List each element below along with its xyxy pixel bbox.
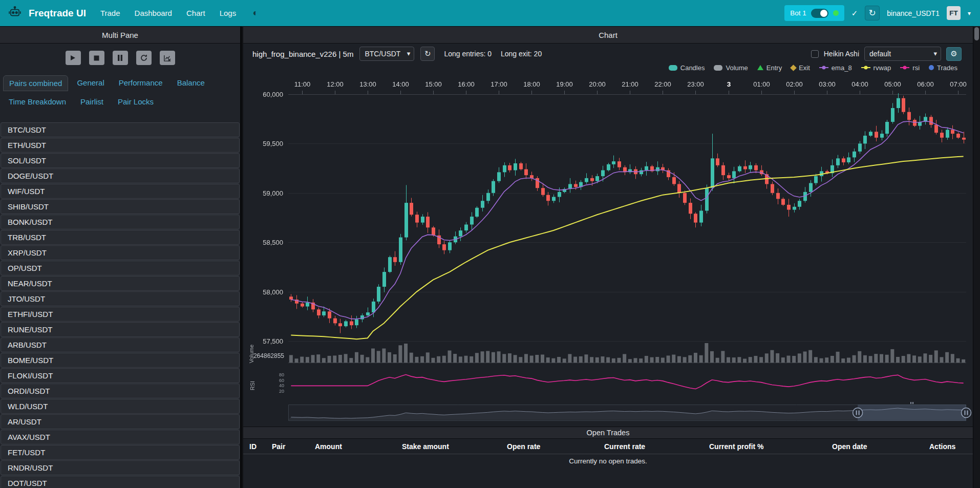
pair-row-bome-usdt[interactable]: BOME/USDT <box>1 353 240 368</box>
clear-chart-button[interactable] <box>160 51 175 65</box>
tab-performance[interactable]: Performance <box>113 75 168 91</box>
legend-label: rvwap <box>874 64 891 72</box>
stop-button[interactable] <box>89 51 104 65</box>
chart-panel: Chart high_frog_binance_v226 | 5m BTC/US… <box>243 26 973 488</box>
nav-link-chart[interactable]: Chart <box>186 9 205 17</box>
nav-link-trade[interactable]: Trade <box>100 9 120 17</box>
pair-row-eth-usdt[interactable]: ETH/USDT <box>1 138 240 153</box>
app-title: Freqtrade UI <box>29 8 86 19</box>
col-pair: Pair <box>272 442 315 451</box>
legend-item-trades[interactable]: Trades <box>929 64 957 72</box>
plot-config-select-wrap: default <box>864 47 941 61</box>
chart-panel-title: Chart <box>243 27 973 44</box>
navbar-left: Freqtrade UI TradeDashboardChartLogs ◐ <box>8 6 258 21</box>
bot-control-buttons <box>0 51 240 65</box>
pair-row-bonk-usdt[interactable]: BONK/USDT <box>1 215 240 229</box>
nav-links: TradeDashboardChartLogs <box>100 9 236 17</box>
trades-legend-marker-icon <box>929 65 934 70</box>
pair-row-wif-usdt[interactable]: WIF/USDT <box>1 184 240 199</box>
pair-row-floki-usdt[interactable]: FLOKI/USDT <box>1 368 240 383</box>
pair-row-shib-usdt[interactable]: SHIB/USDT <box>1 199 240 214</box>
legend-label: Exit <box>799 64 810 72</box>
col-open-rate: Open rate <box>507 442 604 451</box>
pair-row-near-usdt[interactable]: NEAR/USDT <box>1 276 240 291</box>
col-current-profit-: Current profit % <box>709 442 832 451</box>
freqtrade-logo-icon <box>8 6 22 21</box>
scrollbar-thumb[interactable] <box>974 27 979 40</box>
pair-row-btc-usdt[interactable]: BTC/USDT <box>1 122 240 137</box>
left-tabs-row-2: Time BreakdownPairlistPair Locks <box>3 94 237 109</box>
col-open-date: Open date <box>832 442 929 451</box>
legend-item-rvwap[interactable]: rvwap <box>861 64 891 72</box>
legend-item-entry[interactable]: Entry <box>757 64 782 72</box>
pair-row-dot-usdt[interactable]: DOT/USDT <box>1 476 240 488</box>
tab-time-breakdown[interactable]: Time Breakdown <box>3 94 72 109</box>
pair-select-wrap: BTC/USDT <box>359 47 414 61</box>
nav-link-logs[interactable]: Logs <box>220 9 237 17</box>
user-menu-caret-icon[interactable]: ▾ <box>968 10 971 17</box>
plot-config-select[interactable]: default <box>864 47 941 61</box>
user-avatar[interactable]: FT <box>947 6 961 20</box>
nav-link-dashboard[interactable]: Dashboard <box>135 9 172 17</box>
pair-row-trb-usdt[interactable]: TRB/USDT <box>1 230 240 245</box>
rvwap-legend-marker-icon <box>861 67 870 68</box>
theme-toggle-icon[interactable]: ◐ <box>252 8 258 18</box>
tab-pair-locks[interactable]: Pair Locks <box>112 94 159 109</box>
legend-label: Trades <box>937 64 957 72</box>
legend-item-ema_8[interactable]: ema_8 <box>819 64 852 72</box>
strategy-timeframe-label: high_frog_binance_v226 | 5m <box>252 50 353 58</box>
pair-row-xrp-usdt[interactable]: XRP/USDT <box>1 245 240 260</box>
pair-row-op-usdt[interactable]: OP/USDT <box>1 261 240 275</box>
chart-legend: CandlesVolumeEntryExitema_8rvwaprsiTrade… <box>669 62 957 73</box>
legend-label: Candles <box>680 64 705 72</box>
bot-selector-chip[interactable]: Bot 1 <box>784 5 844 21</box>
pair-row-rune-usdt[interactable]: RUNE/USDT <box>1 322 240 337</box>
col-actions: Actions <box>929 442 967 451</box>
navbar: Freqtrade UI TradeDashboardChartLogs ◐ B… <box>0 0 980 26</box>
col-current-rate: Current rate <box>604 442 709 451</box>
pair-row-ar-usdt[interactable]: AR/USDT <box>1 414 240 429</box>
legend-item-candles[interactable]: Candles <box>669 64 705 72</box>
left-tabs-row-1: Pairs combinedGeneralPerformanceBalance <box>3 75 237 91</box>
toggle-knob <box>820 10 827 17</box>
heikin-ashi-checkbox[interactable] <box>811 50 819 58</box>
legend-label: Entry <box>766 64 782 72</box>
pair-row-jto-usdt[interactable]: JTO/USDT <box>1 291 240 306</box>
chart-refresh-button[interactable]: ↻ <box>420 47 435 61</box>
multi-pane-title: Multi Pane <box>0 27 240 44</box>
pair-row-ordi-usdt[interactable]: ORDI/USDT <box>1 384 240 398</box>
tab-pairlist[interactable]: Pairlist <box>75 94 109 109</box>
candles-legend-marker-icon <box>669 65 677 71</box>
pair-select[interactable]: BTC/USDT <box>359 47 414 61</box>
pause-button[interactable] <box>113 51 128 65</box>
pair-row-doge-usdt[interactable]: DOGE/USDT <box>1 168 240 183</box>
legend-item-volume[interactable]: Volume <box>714 64 748 72</box>
tab-general[interactable]: General <box>71 75 110 91</box>
legend-item-exit[interactable]: Exit <box>791 64 810 72</box>
pair-row-fet-usdt[interactable]: FET/USDT <box>1 445 240 460</box>
multi-pane-panel: Multi Pane Pairs combinedGeneralPerforma… <box>0 26 242 488</box>
plot-settings-gear-button[interactable]: ⚙ <box>946 47 962 61</box>
login-name: binance_USDT1 <box>887 9 940 17</box>
heikin-ashi-label: Heikin Ashi <box>824 50 859 58</box>
legend-item-rsi[interactable]: rsi <box>900 64 920 72</box>
bot-toggle-switch[interactable] <box>811 9 828 18</box>
legend-label: ema_8 <box>832 64 852 72</box>
pair-row-arb-usdt[interactable]: ARB/USDT <box>1 337 240 352</box>
pair-list: BTC/USDTETH/USDTSOL/USDTDOGE/USDTWIF/USD… <box>1 122 240 488</box>
reload-config-button[interactable] <box>136 51 152 65</box>
tab-pairs-combined[interactable]: Pairs combined <box>3 75 68 91</box>
pair-row-rndr-usdt[interactable]: RNDR/USDT <box>1 460 240 475</box>
col-amount: Amount <box>315 442 402 451</box>
pair-row-avax-usdt[interactable]: AVAX/USDT <box>1 430 240 444</box>
open-trades-table-header: IDPairAmountStake amountOpen rateCurrent… <box>243 439 973 454</box>
page-scrollbar[interactable] <box>973 26 980 488</box>
tab-balance[interactable]: Balance <box>172 75 210 91</box>
pair-row-sol-usdt[interactable]: SOL/USDT <box>1 153 240 168</box>
volume-legend-marker-icon <box>714 65 722 71</box>
pair-row-wld-usdt[interactable]: WLD/USDT <box>1 399 240 414</box>
price-chart-canvas[interactable] <box>243 73 973 427</box>
play-button[interactable] <box>66 51 81 65</box>
reload-bot-button[interactable]: ↻ <box>865 6 880 20</box>
pair-row-ethfi-usdt[interactable]: ETHFI/USDT <box>1 307 240 322</box>
